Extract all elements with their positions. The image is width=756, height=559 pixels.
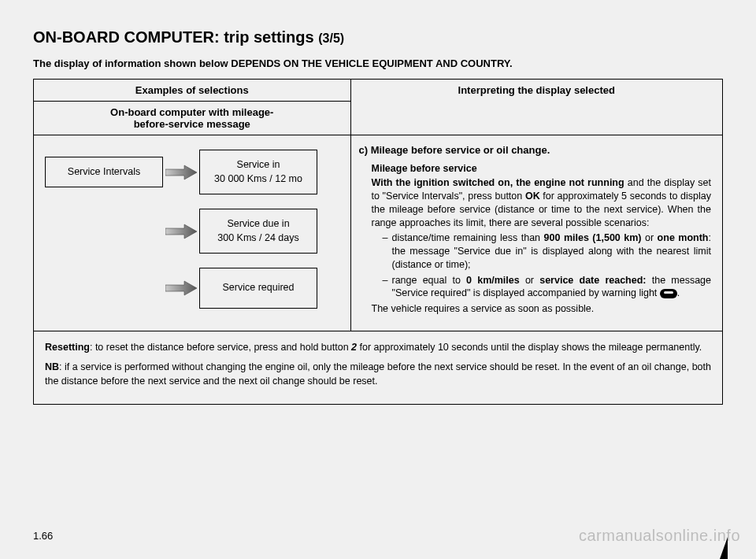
manual-page: ON-BOARD COMPUTER: trip settings (3/5) T…: [0, 0, 756, 559]
page-title: ON-BOARD COMPUTER: trip settings (3/5): [33, 28, 723, 46]
list-item: distance/time remaining less than 900 mi…: [383, 231, 712, 272]
p1a: With the ignition switched on, the engin…: [372, 177, 624, 188]
onboard-header-l1: On-board computer with mileage-: [110, 106, 273, 118]
li2f: .: [677, 287, 680, 298]
examples-header: Examples of selections: [34, 80, 351, 102]
mileage-block-title: Mileage before service: [372, 162, 712, 176]
arrow-icon: [165, 165, 197, 180]
arrow-3: [163, 280, 199, 296]
arrow-icon: [165, 224, 197, 239]
box-service-intervals: Service Intervals: [45, 157, 163, 188]
interpret-cell: c) Mileage before service or oil change.…: [350, 135, 723, 331]
title-main: ON-BOARD COMPUTER: trip settings: [33, 28, 318, 46]
diagram-cell: Service Intervals Service in: [34, 135, 351, 331]
reset-c: for approximately 10 seconds until the d…: [357, 342, 702, 353]
diagram-row-3: Service required: [45, 268, 343, 309]
nb-b: NB: [45, 361, 59, 372]
footer-cell: Resetting: to reset the distance before …: [34, 331, 723, 405]
list-item: range equal to 0 km/miles or service dat…: [383, 274, 712, 301]
diagram-row-1: Service Intervals Service in: [45, 150, 343, 194]
interpret-last: The vehicle requires a service as soon a…: [372, 302, 712, 316]
li1a: distance/time remaining less than: [392, 232, 544, 243]
subheading: The display of information shown below D…: [33, 57, 723, 69]
reset-b: Resetting: [45, 342, 90, 353]
li2b: 0 km/miles: [466, 275, 520, 286]
box2-l2: 30 000 Kms / 12 mo: [214, 173, 302, 184]
scenario-list: distance/time remaining less than 900 mi…: [372, 231, 712, 300]
diagram-row-2: Service due in 300 Kms / 24 days: [45, 209, 343, 254]
onboard-header-l2: before-service message: [134, 118, 250, 130]
box3-l1: Service due in: [227, 218, 289, 229]
page-fold-icon: [720, 537, 728, 559]
section-c-title: c) Mileage before service or oil change.: [359, 143, 712, 157]
box-service-required: Service required: [199, 268, 317, 309]
svg-marker-2: [165, 281, 197, 295]
nb-a: : if a service is performed without chan…: [45, 361, 711, 387]
interpret-header: Interpreting the display selected: [350, 80, 723, 135]
onboard-header: On-board computer with mileage- before-s…: [34, 102, 351, 135]
page-number: 1.66: [33, 530, 53, 542]
li2c: or: [520, 275, 540, 286]
arrow-icon: [165, 280, 197, 296]
interpret-para: With the ignition switched on, the engin…: [372, 176, 712, 230]
box2-l1: Service in: [237, 159, 280, 170]
warning-light-icon: [660, 289, 677, 298]
watermark: carmanualsonline.info: [579, 527, 740, 545]
box3-l2: 300 Kms / 24 days: [217, 232, 299, 243]
title-sub: (3/5): [318, 31, 344, 45]
p1ok: OK: [525, 191, 540, 202]
box-service-in: Service in 30 000 Kms / 12 mo: [199, 150, 317, 194]
li2d: service date reached:: [539, 275, 646, 286]
content-table: Examples of selections Interpreting the …: [33, 79, 723, 405]
li1d: one month: [658, 232, 709, 243]
box-service-due: Service due in 300 Kms / 24 days: [199, 209, 317, 254]
nb-para: NB: if a service is performed without ch…: [45, 361, 711, 388]
svg-marker-0: [165, 165, 197, 180]
li2a: range equal to: [392, 275, 467, 286]
arrow-2: [163, 224, 199, 239]
arrow-1: [163, 165, 199, 180]
svg-marker-1: [165, 224, 197, 239]
reset-para: Resetting: to reset the distance before …: [45, 341, 711, 355]
li1b: 900 miles (1,500 km): [544, 232, 642, 243]
reset-a: : to reset the distance before service, …: [90, 342, 351, 353]
li1c: or: [642, 232, 658, 243]
